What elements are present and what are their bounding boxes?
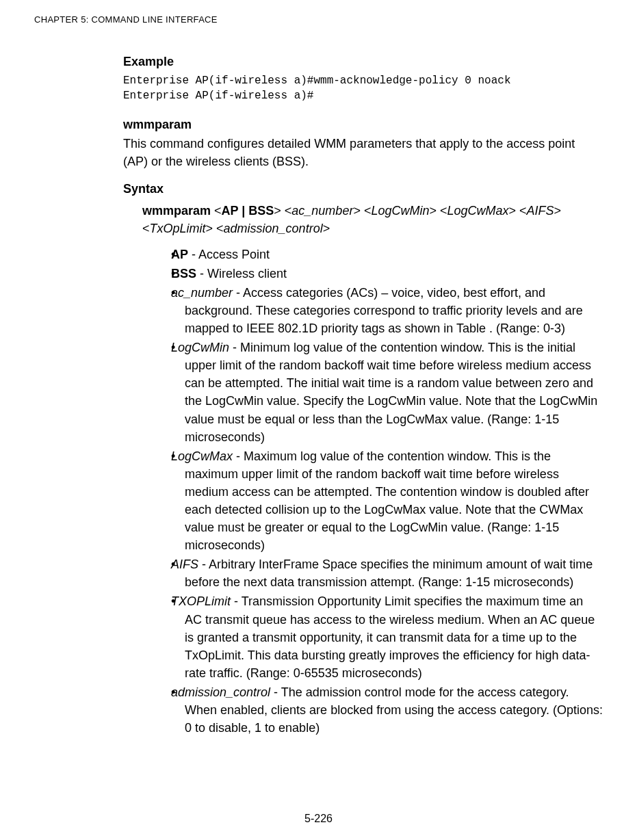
param-term: AP: [171, 248, 188, 261]
syntax-logmin: LogCwMin: [371, 204, 429, 218]
param-term: ac_number: [171, 286, 233, 300]
syntax-txop: TxOpLimit: [150, 222, 206, 235]
list-item: LogCwMin - Minimum log value of the cont…: [171, 339, 603, 446]
param-term: BSS: [171, 267, 196, 280]
syntax-definition: wmmparam <AP | BSS> <ac_number> <LogCwMi…: [142, 202, 603, 237]
syntax-sep: >: [323, 222, 330, 235]
syntax-adm: admission_control: [224, 222, 323, 235]
param-term: admission_control: [171, 685, 270, 699]
command-description: This command configures detailed WMM par…: [123, 135, 603, 170]
list-item: LogCwMax - Maximum log value of the cont…: [171, 447, 603, 555]
syntax-apbss: AP | BSS: [222, 204, 274, 218]
param-desc: - Maximum log value of the contention wi…: [185, 449, 589, 552]
list-item: AIFS - Arbitrary InterFrame Space specif…: [171, 555, 603, 591]
param-term: LogCwMax: [171, 449, 233, 463]
param-desc: - Access categories (ACs) – voice, video…: [185, 286, 583, 335]
example-heading: Example: [123, 53, 603, 70]
syntax-logmax: LogCwMax: [447, 204, 509, 218]
param-term: TXOPLimit: [171, 594, 231, 608]
syntax-sep: > <: [206, 222, 224, 235]
parameter-list: AP - Access Point BSS - Wireless client …: [171, 246, 603, 737]
syntax-sep: > <: [509, 204, 527, 218]
list-item: AP - Access Point: [171, 246, 603, 263]
syntax-aifs: AIFS: [527, 204, 554, 218]
syntax-cmd: wmmparam: [142, 204, 211, 218]
chapter-header: CHAPTER 5: COMMAND LINE INTERFACE: [34, 14, 603, 27]
syntax-sep: > <: [429, 204, 447, 218]
param-term: AIFS: [171, 557, 198, 571]
list-item: TXOPLimit - Transmission Opportunity Lim…: [171, 592, 603, 681]
param-desc: - Transmission Opportunity Limit specifi…: [185, 594, 595, 679]
example-code: Enterprise AP(if-wireless a)#wmm-acknowl…: [123, 74, 603, 103]
syntax-sep: > <: [274, 204, 291, 218]
list-item: BSS - Wireless client: [171, 265, 603, 283]
list-item: admission_control - The admission contro…: [171, 683, 603, 737]
page-number: 5-226: [0, 811, 637, 826]
param-desc: - Wireless client: [196, 267, 287, 280]
param-desc: - Arbitrary InterFrame Space specifies t…: [185, 557, 593, 589]
command-name: wmmparam: [123, 116, 603, 133]
list-item: ac_number - Access categories (ACs) – vo…: [171, 284, 603, 337]
param-desc: - Access Point: [188, 248, 270, 261]
syntax-sep: <: [211, 204, 222, 218]
syntax-heading: Syntax: [123, 180, 603, 198]
syntax-sep: > <: [353, 204, 371, 218]
param-term: LogCwMin: [171, 341, 229, 354]
syntax-acnum: ac_number: [291, 204, 353, 218]
param-desc: - Minimum log value of the contention wi…: [185, 341, 597, 443]
